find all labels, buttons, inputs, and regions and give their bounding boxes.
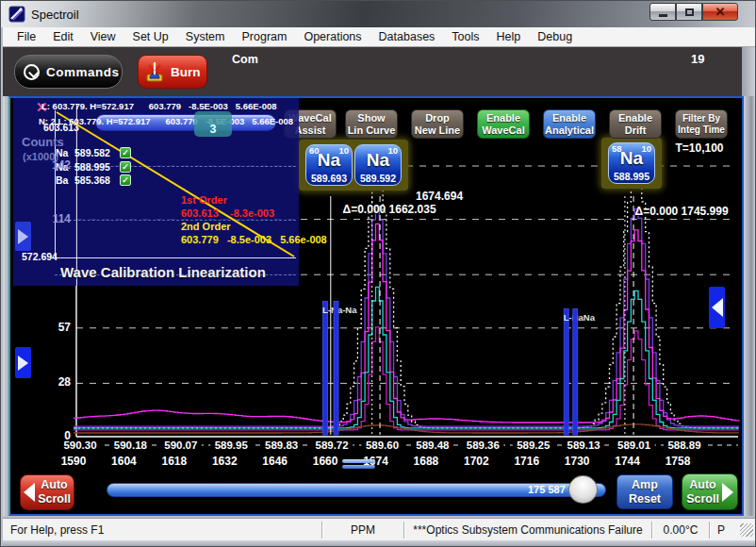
chevron-down-icon	[24, 64, 40, 80]
scroll-left-arrow[interactable]	[15, 347, 31, 378]
menu-item-edit[interactable]: Edit	[44, 28, 82, 45]
delta-value: Δ=0.000 1662.035	[343, 203, 436, 216]
menu-item-operations[interactable]: Operations	[295, 28, 370, 45]
element-symbol: Na	[56, 147, 74, 158]
calibration-row-selected[interactable]: N: 2 L: 603.779. H=572.917 603.779 -8.5E…	[39, 116, 293, 126]
wave-calibration-panel: ✕ L: 603.779. H=572.917 603.779 -8.5E-00…	[13, 98, 299, 286]
view-position-indicator[interactable]	[342, 459, 375, 471]
left-triangle-icon	[712, 298, 723, 317]
minimize-button[interactable]	[649, 3, 676, 21]
y-tick-label: 28	[31, 375, 71, 389]
x-wavelength-label: 588.89	[667, 439, 700, 451]
integration-time-label: T=10,100	[670, 141, 729, 155]
toolbar: Commands Burn Com 19	[3, 47, 742, 96]
x-wavelength-label: 589.72	[315, 439, 348, 451]
maximize-button[interactable]	[676, 3, 702, 21]
window-edge	[3, 96, 8, 518]
window-edge	[3, 540, 755, 547]
trace-darkmagenta	[74, 327, 739, 430]
checkbox-checked-icon[interactable]: ✓	[120, 147, 131, 158]
scroll-right-arrow[interactable]	[709, 287, 725, 328]
close-icon: ✕	[715, 6, 726, 18]
status-error: ***Optics Subsystem Communications Failu…	[404, 523, 651, 537]
panel-title: Wave Calibration Linearization	[60, 264, 266, 280]
enable-analytical-button[interactable]: EnableAnalytical	[543, 109, 596, 139]
delta-value-overlap: 1674.694	[416, 190, 463, 203]
burn-icon	[142, 59, 167, 84]
element-badge-na[interactable]: 6010Na589.693	[305, 144, 353, 186]
x-wavelength-label: 589.36	[467, 439, 500, 451]
right-triangle-icon	[18, 229, 28, 244]
calibration-row[interactable]: L: 603.779. H=572.917 603.779 -8.5E-003 …	[41, 101, 277, 111]
x-pixel-label: 1590	[61, 455, 87, 468]
horizontal-scrollbar[interactable]: 175 587	[107, 483, 606, 497]
filter-by-integ-time-button[interactable]: Filter ByInteg Time	[675, 109, 728, 139]
x-pixel-label: 1730	[565, 455, 590, 468]
x-wavelength-label: 589.95	[215, 439, 249, 451]
close-button[interactable]: ✕	[702, 3, 738, 21]
scroll-left-arrow[interactable]	[15, 222, 31, 251]
delta-label: Δ=0.000 1745.999	[616, 191, 729, 231]
menubar: FileEditViewSet UpSystemProgramOperation…	[3, 27, 755, 47]
element-wavelength: 585.368	[74, 174, 120, 186]
x-pixel-label: 1604	[111, 455, 137, 468]
menu-item-tools[interactable]: Tools	[443, 28, 487, 45]
order-count-badge: 3	[194, 111, 232, 137]
window-edge	[742, 47, 755, 96]
caption-buttons: ✕	[649, 3, 738, 21]
menu-item-system[interactable]: System	[177, 28, 234, 45]
scrollbar-thumb[interactable]	[568, 475, 598, 504]
line-marker-label: L-NaNa	[564, 312, 596, 323]
y-tick-label: 114	[31, 212, 71, 225]
checkbox-checked-icon[interactable]: ✓	[120, 161, 131, 173]
checkbox-checked-icon[interactable]: ✓	[120, 174, 131, 186]
calibration-element-row[interactable]: Ba585.368✓	[56, 174, 131, 188]
commands-button[interactable]: Commands	[14, 55, 123, 89]
window-edge	[744, 96, 755, 518]
order2-label: 2nd Order	[181, 221, 231, 232]
x-wavelength-label: 589.48	[416, 439, 450, 451]
y-axis-title: Counts	[22, 135, 64, 149]
x-pixel-label: 1646	[262, 455, 288, 468]
maximize-icon	[685, 8, 694, 16]
x-pixel-label: 1660	[313, 455, 338, 468]
element-badge-na[interactable]: 10Na589.592	[354, 144, 402, 186]
x-wavelength-label: 589.60	[366, 439, 399, 451]
delta-value: Δ=0.000 1745.999	[635, 205, 729, 218]
toolbar-counter: 19	[691, 52, 704, 66]
menu-item-databases[interactable]: Databases	[370, 28, 444, 45]
menu-item-set-up[interactable]: Set Up	[124, 28, 177, 45]
y-tick-label: 0	[31, 429, 71, 442]
app-icon	[8, 6, 25, 23]
menu-item-debug[interactable]: Debug	[529, 28, 581, 45]
menu-item-view[interactable]: View	[82, 28, 124, 45]
x-wavelength-label: 589.01	[617, 439, 651, 451]
amp-reset-button[interactable]: AmpReset	[616, 474, 673, 509]
element-wavelength: 588.995	[74, 161, 120, 173]
status-help: For Help, press F1	[3, 523, 321, 537]
x-wavelength-label: 589.13	[567, 439, 600, 451]
app-window: Spectroil ✕ FileEditViewSet UpSystemProg…	[0, 0, 756, 547]
delta-label: Δ=0.000 1662.0351674.694	[324, 190, 522, 229]
commands-label: Commands	[46, 65, 120, 79]
menu-item-file[interactable]: File	[8, 28, 44, 45]
burn-button[interactable]: Burn	[138, 55, 207, 89]
resize-grip[interactable]	[740, 523, 753, 537]
titlebar: Spectroil ✕	[1, 1, 756, 27]
spectrum-view: L-Na-NaL-NaNa590.301590590.181604590.071…	[8, 96, 744, 516]
element-badge-na[interactable]: 5810Na588.995	[608, 142, 655, 184]
auto-scroll-right-button[interactable]: AutoScroll	[682, 473, 738, 510]
x-pixel-label: 1758	[666, 455, 691, 468]
drop-new-line-button[interactable]: DropNew Line	[411, 109, 464, 139]
trace-cyan	[74, 287, 739, 428]
auto-scroll-left-button[interactable]: AutoScroll	[20, 474, 74, 510]
show-lin-curve-button[interactable]: ShowLin Curve	[345, 109, 398, 139]
x-pixel-label: 1618	[161, 455, 187, 468]
y-tick-label: 57	[31, 321, 71, 334]
menu-item-help[interactable]: Help	[488, 28, 530, 45]
burn-label: Burn	[171, 65, 201, 79]
menu-item-program[interactable]: Program	[233, 28, 295, 45]
enable-drift-button[interactable]: EnableDrift	[609, 109, 662, 139]
order1-label: 1st Order	[181, 194, 227, 206]
enable-wavecal-button[interactable]: EnableWaveCal	[477, 109, 530, 139]
